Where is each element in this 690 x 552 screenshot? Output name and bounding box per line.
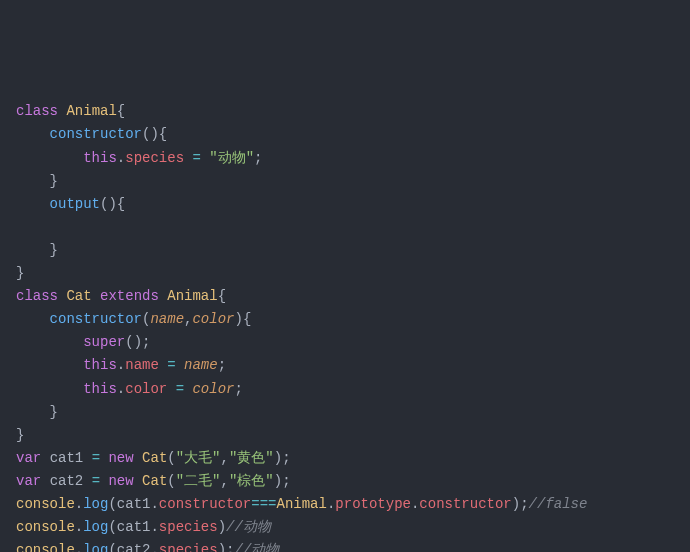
brace-open: { <box>159 126 167 142</box>
string-literal: "二毛" <box>176 473 221 489</box>
paren-close: ) <box>274 450 282 466</box>
keyword-class: class <box>16 103 58 119</box>
code-line: } <box>16 239 674 262</box>
keyword-this: this <box>83 381 117 397</box>
paren-close: ) <box>150 126 158 142</box>
console: console <box>16 496 75 512</box>
prop-species: species <box>159 519 218 535</box>
dot: . <box>117 150 125 166</box>
paren-close: ) <box>218 519 226 535</box>
param-color: color <box>192 311 234 327</box>
brace-open: { <box>243 311 251 327</box>
string-literal: "棕色" <box>229 473 274 489</box>
brace-close: } <box>50 404 58 420</box>
code-line: } <box>16 401 674 424</box>
paren-open: ( <box>167 450 175 466</box>
paren-open: ( <box>108 542 116 552</box>
prop-color: color <box>125 381 167 397</box>
paren-close: ) <box>134 334 142 350</box>
var-cat2: cat2 <box>117 542 151 552</box>
brace-close: } <box>16 265 24 281</box>
paren-open: ( <box>167 473 175 489</box>
prop-name: name <box>125 357 159 373</box>
semicolon: ; <box>282 450 290 466</box>
keyword-super: super <box>83 334 125 350</box>
param-name: name <box>150 311 184 327</box>
prop-constructor: constructor <box>159 496 251 512</box>
keyword-this: this <box>83 357 117 373</box>
code-line: class Animal{ <box>16 100 674 123</box>
keyword-new: new <box>108 473 133 489</box>
classname-animal: Animal <box>66 103 116 119</box>
dot: . <box>117 357 125 373</box>
dot: . <box>75 542 83 552</box>
code-line: constructor(){ <box>16 123 674 146</box>
param-name: name <box>184 357 218 373</box>
classname-cat: Cat <box>142 450 167 466</box>
brace-open: { <box>218 288 226 304</box>
keyword-var: var <box>16 473 41 489</box>
method-log: log <box>83 542 108 552</box>
keyword-this: this <box>83 150 117 166</box>
var-cat1: cat1 <box>117 519 151 535</box>
code-line: console.log(cat1.species)//动物 <box>16 516 674 539</box>
brace-open: { <box>117 196 125 212</box>
code-line: constructor(name,color){ <box>16 308 674 331</box>
string-literal: "大毛" <box>176 450 221 466</box>
code-line: super(); <box>16 331 674 354</box>
semicolon: ; <box>254 150 262 166</box>
paren-open: ( <box>108 519 116 535</box>
method-constructor: constructor <box>50 126 142 142</box>
comma: , <box>221 450 229 466</box>
var-cat2: cat2 <box>50 473 84 489</box>
paren-close: ) <box>274 473 282 489</box>
console: console <box>16 519 75 535</box>
prop-constructor: constructor <box>419 496 511 512</box>
code-line: } <box>16 262 674 285</box>
param-color: color <box>192 381 234 397</box>
code-editor: class Animal{ constructor(){ this.specie… <box>16 100 674 552</box>
comment: //false <box>529 496 588 512</box>
paren-open: ( <box>125 334 133 350</box>
dot: . <box>150 496 158 512</box>
console: console <box>16 542 75 552</box>
classname-animal: Animal <box>277 496 327 512</box>
paren-close: ) <box>234 311 242 327</box>
method-constructor: constructor <box>50 311 142 327</box>
op-equals: = <box>192 150 200 166</box>
semicolon: ; <box>142 334 150 350</box>
string-literal: "动物" <box>209 150 254 166</box>
code-line: this.name = name; <box>16 354 674 377</box>
semicolon: ; <box>282 473 290 489</box>
keyword-var: var <box>16 450 41 466</box>
dot: . <box>150 519 158 535</box>
brace-close: } <box>50 173 58 189</box>
semicolon: ; <box>218 357 226 373</box>
code-line: class Cat extends Animal{ <box>16 285 674 308</box>
paren-open: ( <box>108 496 116 512</box>
classname-cat: Cat <box>66 288 91 304</box>
dot: . <box>75 496 83 512</box>
brace-open: { <box>117 103 125 119</box>
op-equals: = <box>92 473 100 489</box>
code-line: this.color = color; <box>16 378 674 401</box>
comment: //动物 <box>226 519 271 535</box>
paren-close: ) <box>108 196 116 212</box>
comma: , <box>221 473 229 489</box>
method-output: output <box>50 196 100 212</box>
dot: . <box>117 381 125 397</box>
code-line: console.log(cat1.constructor===Animal.pr… <box>16 493 674 516</box>
var-cat1: cat1 <box>117 496 151 512</box>
keyword-extends: extends <box>100 288 159 304</box>
classname-cat: Cat <box>142 473 167 489</box>
keyword-class: class <box>16 288 58 304</box>
var-cat1: cat1 <box>50 450 84 466</box>
code-line <box>16 216 674 239</box>
brace-close: } <box>16 427 24 443</box>
code-line: this.species = "动物"; <box>16 147 674 170</box>
dot: . <box>150 542 158 552</box>
op-equals: = <box>167 357 175 373</box>
prop-prototype: prototype <box>335 496 411 512</box>
code-line: console.log(cat2.species);//动物 <box>16 539 674 552</box>
method-log: log <box>83 519 108 535</box>
